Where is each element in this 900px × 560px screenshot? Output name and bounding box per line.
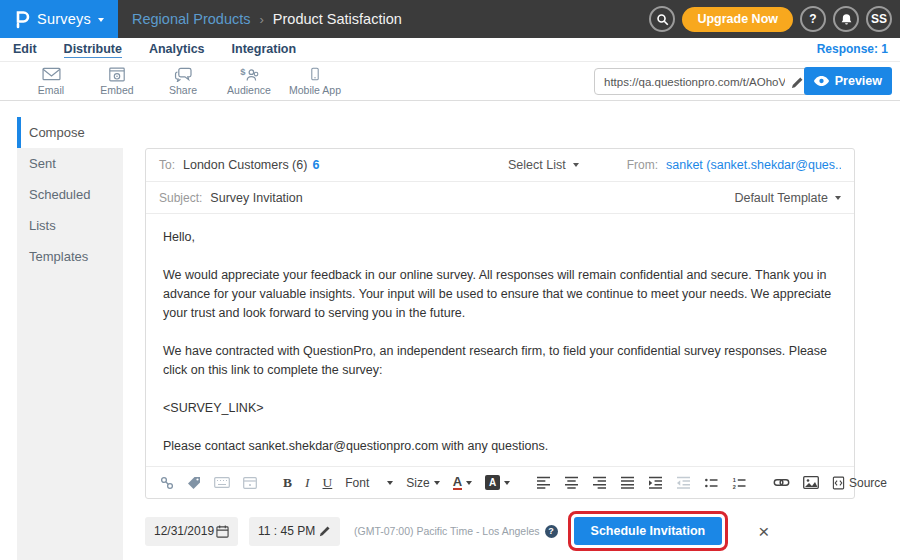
schedule-date-input[interactable]: 12/31/2019 [145, 517, 238, 546]
justify-icon [620, 476, 635, 489]
insert-image-button[interactable] [803, 476, 819, 489]
channel-embed[interactable]: Embed [84, 62, 150, 100]
sidebar-item-templates[interactable]: Templates [17, 241, 123, 272]
notifications-button[interactable] [833, 6, 859, 32]
insert-link-button[interactable] [773, 478, 790, 487]
text-color-button[interactable]: A [453, 475, 472, 490]
help-button[interactable]: ? [800, 6, 826, 32]
date-value: 12/31/2019 [154, 524, 214, 538]
subject-value[interactable]: Survey Invitation [210, 191, 302, 205]
sidebar-item-compose[interactable]: Compose [17, 117, 123, 148]
response-count[interactable]: Response: 1 [817, 42, 888, 56]
source-button[interactable]: Source [832, 476, 887, 490]
bell-icon [840, 13, 853, 26]
channel-email[interactable]: Email [18, 62, 84, 100]
from-label: From: [627, 158, 658, 172]
font-dropdown[interactable]: Font [345, 476, 393, 490]
preview-label: Preview [835, 74, 882, 88]
channel-label: Email [38, 84, 64, 96]
questionpro-logo [14, 9, 30, 29]
channel-mobile-app[interactable]: Mobile App [282, 62, 348, 100]
tab-distribute[interactable]: Distribute [64, 42, 122, 58]
subject-label: Subject: [159, 191, 202, 205]
editor-toolbar: B I U Font Size A A [146, 466, 854, 498]
avatar[interactable]: SS [866, 6, 892, 32]
italic-button[interactable]: I [305, 475, 310, 491]
underline-button[interactable]: U [323, 475, 333, 491]
edit-url-button[interactable] [791, 75, 804, 93]
to-row: To: London Customers (6) 6 Select List F… [146, 149, 854, 182]
channel-label: Audience [227, 84, 271, 96]
surveys-menu[interactable]: Surveys [0, 0, 118, 38]
template-dropdown[interactable]: Default Template [734, 191, 841, 205]
merge-tag-button[interactable] [187, 476, 201, 490]
chevron-down-icon [573, 163, 579, 167]
schedule-invitation-button[interactable]: Schedule Invitation [574, 517, 723, 545]
survey-nav-row: Edit Distribute Analytics Integration Re… [0, 38, 900, 61]
tab-analytics[interactable]: Analytics [149, 42, 205, 57]
pencil-icon [319, 525, 331, 537]
close-icon[interactable]: × [758, 522, 769, 541]
channel-audience[interactable]: $ Audience [216, 62, 282, 100]
embed-icon [108, 67, 126, 82]
body-paragraph: Please contact sanket.shekdar@questionpr… [163, 437, 837, 456]
align-center-icon [564, 476, 579, 489]
tab-edit[interactable]: Edit [13, 42, 37, 57]
chevron-down-icon [434, 481, 440, 485]
align-left-button[interactable] [536, 476, 551, 489]
align-right-button[interactable] [592, 476, 607, 489]
channel-label: Mobile App [289, 84, 341, 96]
upgrade-now-button[interactable]: Upgrade Now [682, 7, 793, 32]
sidebar-item-sent[interactable]: Sent [17, 148, 123, 179]
recipient-count-badge[interactable]: 6 [312, 158, 319, 172]
chevron-down-icon [504, 481, 510, 485]
distribute-content: Compose Sent Scheduled Lists Templates T… [0, 101, 900, 560]
sidebar-item-scheduled[interactable]: Scheduled [17, 179, 123, 210]
bulleted-list-icon [704, 477, 719, 489]
align-center-button[interactable] [564, 476, 579, 489]
select-list-label: Select List [508, 158, 566, 172]
chevron-down-icon [835, 196, 841, 200]
subject-row: Subject: Survey Invitation Default Templ… [146, 182, 854, 214]
survey-url-field[interactable] [594, 68, 812, 95]
indent-icon [648, 476, 663, 489]
top-header: Surveys Regional Products › Product Sati… [0, 0, 900, 38]
increase-indent-button[interactable] [648, 476, 663, 489]
channel-label: Embed [100, 84, 133, 96]
justify-button[interactable] [620, 476, 635, 489]
email-body-editor[interactable]: Hello, We would appreciate your feedback… [146, 214, 854, 466]
search-icon [656, 13, 669, 26]
calendar-icon [216, 525, 229, 538]
sidebar-item-lists[interactable]: Lists [17, 210, 123, 241]
decrease-indent-button [676, 476, 691, 489]
from-value[interactable]: sanket (sanket.shekdar@ques... [666, 158, 841, 172]
merge-link-button[interactable] [160, 476, 174, 490]
svg-text:1: 1 [733, 477, 736, 483]
channel-label: Share [169, 84, 197, 96]
search-button[interactable] [649, 6, 675, 32]
to-value[interactable]: London Customers (6) [183, 158, 307, 172]
channel-share[interactable]: Share [150, 62, 216, 100]
size-dropdown[interactable]: Size [406, 476, 439, 490]
survey-url-input[interactable] [595, 69, 811, 94]
background-color-button[interactable]: A [485, 475, 510, 490]
to-label: To: [159, 158, 175, 172]
tab-integration[interactable]: Integration [232, 42, 297, 57]
breadcrumb-current: Product Satisfaction [273, 11, 402, 27]
bulleted-list-button[interactable] [704, 477, 719, 489]
align-left-icon [536, 476, 551, 489]
schedule-time-input[interactable]: 11 : 45 PM [249, 517, 340, 546]
bold-button[interactable]: B [283, 475, 292, 491]
svg-text:2: 2 [733, 483, 736, 488]
select-list-dropdown[interactable]: Select List [508, 158, 579, 172]
keyboard-icon [214, 477, 230, 488]
audience-icon: $ [240, 67, 259, 82]
mobile-app-icon [307, 66, 323, 82]
body-paragraph: We have contracted with QuestionPro, an … [163, 342, 837, 380]
breadcrumb-parent[interactable]: Regional Products [132, 11, 251, 27]
preview-button[interactable]: Preview [804, 67, 892, 95]
outdent-icon [676, 476, 691, 489]
numbered-list-button[interactable]: 12 [732, 477, 747, 489]
timezone-help-icon[interactable]: ? [545, 525, 558, 538]
align-right-icon [592, 476, 607, 489]
